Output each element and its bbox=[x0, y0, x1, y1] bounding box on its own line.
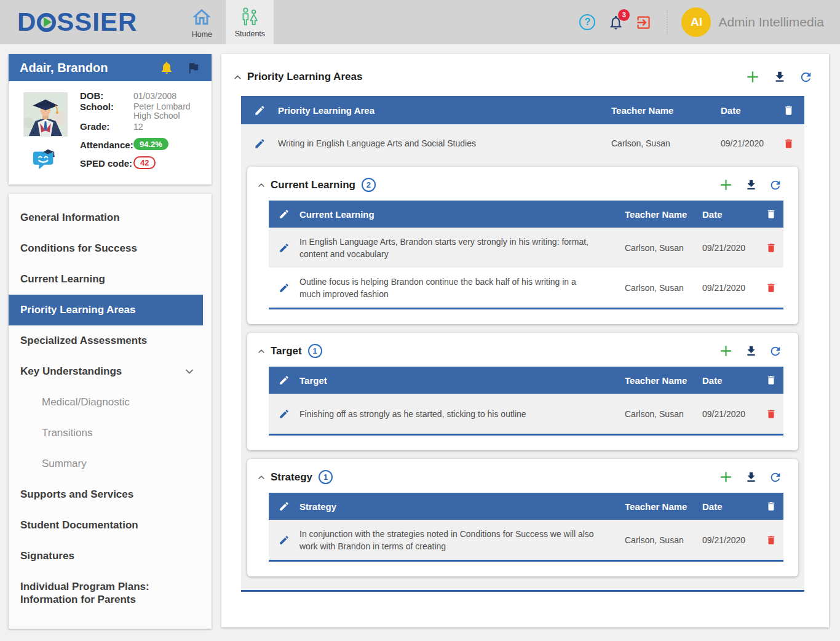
dossier-logo[interactable]: D SSIER bbox=[17, 7, 137, 37]
edit-icon[interactable] bbox=[279, 282, 290, 293]
sidebar-item-specialized-assessments[interactable]: Specialized Assessments bbox=[9, 325, 212, 356]
refresh-icon[interactable] bbox=[799, 70, 813, 84]
logout-icon bbox=[635, 14, 652, 31]
grade-value: 12 bbox=[133, 122, 143, 132]
download-icon[interactable] bbox=[745, 178, 758, 191]
delete-icon[interactable] bbox=[766, 535, 777, 546]
delete-icon[interactable] bbox=[766, 501, 777, 512]
notifications-button[interactable]: 3 bbox=[608, 14, 624, 31]
student-name: Adair, Brandon bbox=[20, 61, 108, 75]
col-teacher-name: Teacher Name bbox=[592, 105, 703, 116]
avatar[interactable]: AI bbox=[681, 7, 711, 37]
student-alert-bell-icon[interactable] bbox=[159, 60, 174, 75]
table-header-row: Priority Learning Area Teacher Name Date bbox=[241, 96, 804, 124]
help-icon[interactable]: ? bbox=[579, 14, 595, 30]
refresh-icon[interactable] bbox=[769, 471, 782, 484]
sidebar-item-key-understandings[interactable]: Key Understandings bbox=[9, 356, 212, 387]
chat-grad-icon bbox=[31, 145, 59, 173]
strategy-table: Strategy Teacher Name Date In conjunctio… bbox=[269, 493, 783, 562]
sidebar-item-current-learning[interactable]: Current Learning bbox=[9, 264, 212, 295]
sidebar-item-conditions-for-success[interactable]: Conditions for Success bbox=[9, 233, 212, 264]
dob-label: DOB: bbox=[80, 90, 103, 101]
row-teacher: Carlson, Susan bbox=[614, 409, 690, 419]
sidebar-item-supports-and-services[interactable]: Supports and Services bbox=[9, 479, 212, 510]
table-bottom-border bbox=[269, 308, 783, 309]
delete-icon[interactable] bbox=[783, 105, 794, 116]
sped-code-label: SPED code: bbox=[80, 158, 132, 169]
table-row: In English Language Arts, Brandon starts… bbox=[269, 228, 783, 268]
home-icon bbox=[191, 6, 213, 28]
sidebar-item-general-information[interactable]: General Information bbox=[9, 202, 212, 233]
col-priority-learning-area: Priority Learning Area bbox=[278, 105, 592, 116]
row-text: Writing in English Language Arts and Soc… bbox=[278, 131, 592, 156]
collapse-chevron-icon[interactable] bbox=[256, 180, 266, 190]
col-date: Date bbox=[690, 501, 759, 512]
edit-icon[interactable] bbox=[279, 501, 290, 512]
sidebar-item-student-documentation[interactable]: Student Documentation bbox=[9, 510, 212, 541]
edit-icon[interactable] bbox=[279, 535, 290, 546]
student-photo bbox=[23, 92, 68, 137]
delete-icon[interactable] bbox=[766, 282, 777, 293]
add-icon[interactable] bbox=[718, 177, 734, 193]
section-sidebar: General Information Conditions for Succe… bbox=[9, 194, 212, 629]
refresh-icon[interactable] bbox=[769, 178, 782, 192]
attendance-label: Attendance: bbox=[80, 140, 133, 150]
delete-icon[interactable] bbox=[766, 209, 777, 220]
logo-text-d: D bbox=[17, 7, 36, 37]
delete-icon[interactable] bbox=[783, 138, 794, 149]
edit-icon[interactable] bbox=[279, 242, 290, 253]
add-icon[interactable] bbox=[718, 469, 734, 485]
strategy-card: Strategy 1 Strategy Teacher Name Date bbox=[247, 459, 798, 576]
row-text: In English Language Arts, Brandon starts… bbox=[299, 229, 614, 266]
student-flag-icon[interactable] bbox=[186, 61, 200, 75]
dob-value: 01/03/2008 bbox=[133, 91, 176, 101]
edit-icon[interactable] bbox=[254, 105, 266, 116]
download-icon[interactable] bbox=[745, 471, 758, 484]
tab-students[interactable]: Students bbox=[226, 0, 274, 44]
col-target: Target bbox=[299, 375, 614, 386]
edit-icon[interactable] bbox=[279, 408, 290, 420]
logo-o-play-icon bbox=[37, 13, 56, 32]
download-icon[interactable] bbox=[773, 70, 787, 84]
collapse-chevron-icon[interactable] bbox=[256, 346, 266, 356]
students-icon bbox=[238, 7, 261, 28]
delete-icon[interactable] bbox=[766, 408, 777, 420]
current-learning-table: Current Learning Teacher Name Date In En… bbox=[269, 201, 783, 309]
sidebar-item-medical-diagnostic[interactable]: Medical/Diagnostic bbox=[9, 387, 212, 418]
sidebar-item-priority-learning-areas[interactable]: Priority Learning Areas bbox=[9, 295, 203, 325]
priority-learning-areas-table: Priority Learning Area Teacher Name Date… bbox=[241, 96, 804, 592]
table-header-row: Current Learning Teacher Name Date bbox=[269, 201, 783, 228]
collapse-chevron-icon[interactable] bbox=[232, 72, 243, 82]
table-header-row: Strategy Teacher Name Date bbox=[269, 493, 783, 520]
add-icon[interactable] bbox=[745, 69, 761, 85]
edit-icon[interactable] bbox=[279, 209, 290, 220]
student-card-body: DOB: 01/03/2008 School: Peter Lombard Hi… bbox=[9, 81, 212, 185]
sidebar-item-transitions[interactable]: Transitions bbox=[9, 418, 212, 448]
count-badge: 1 bbox=[319, 470, 333, 484]
refresh-icon[interactable] bbox=[769, 344, 782, 358]
section-title: Target bbox=[271, 345, 302, 357]
sped-code-badge: 42 bbox=[133, 156, 156, 169]
strategy-header: Strategy 1 bbox=[247, 459, 798, 493]
sidebar-item-summary[interactable]: Summary bbox=[9, 448, 212, 479]
edit-icon[interactable] bbox=[279, 375, 290, 386]
sidebar-item-signatures[interactable]: Signatures bbox=[9, 541, 212, 571]
logout-button[interactable] bbox=[635, 14, 652, 31]
row-text: Finishing off as strongly as he started,… bbox=[299, 402, 614, 426]
col-date: Date bbox=[690, 209, 759, 220]
collapse-chevron-icon[interactable] bbox=[256, 472, 266, 482]
student-summary-card: Adair, Brandon bbox=[9, 54, 212, 185]
edit-icon[interactable] bbox=[254, 138, 266, 149]
download-icon[interactable] bbox=[745, 344, 758, 357]
tab-home[interactable]: Home bbox=[178, 0, 226, 44]
row-date: 09/21/2020 bbox=[690, 535, 759, 545]
count-badge: 2 bbox=[362, 178, 376, 192]
delete-icon[interactable] bbox=[766, 375, 777, 386]
logo-text-ssier: SSIER bbox=[57, 7, 137, 37]
table-bottom-border bbox=[269, 560, 783, 562]
sidebar-item-individual-program-plans[interactable]: Individual Program Plans: Information fo… bbox=[9, 571, 212, 615]
add-icon[interactable] bbox=[718, 343, 734, 359]
table-row: In conjunction with the strategies noted… bbox=[269, 520, 783, 560]
grade-label: Grade: bbox=[80, 121, 109, 132]
delete-icon[interactable] bbox=[766, 242, 777, 253]
